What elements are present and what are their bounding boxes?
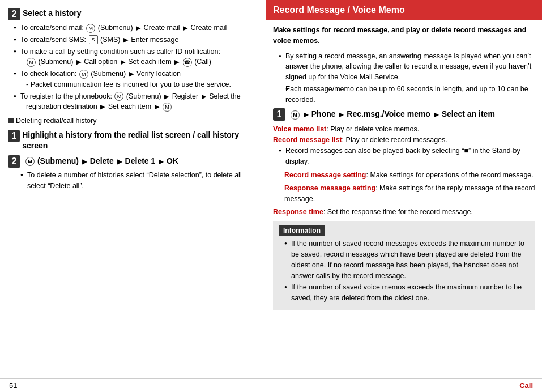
info-box: Information If the number of saved recor… <box>273 221 535 310</box>
right-column: Record Message / Voice Memo Make setting… <box>266 0 542 378</box>
page-number: 51 <box>9 381 17 390</box>
list-item: To make a call by setting condition such… <box>14 46 258 68</box>
footer-call-label: Call <box>519 381 533 390</box>
terms-list: Voice memo list: Play or delete voice me… <box>273 124 535 217</box>
step2-select-bullets: To create/send mail: M (Submenu) ▶ Creat… <box>8 23 258 112</box>
step2-select-num: 2 <box>8 8 20 20</box>
list-item: Record messages can also be played back … <box>279 146 535 167</box>
page-footer: 51 Call <box>0 378 542 392</box>
list-item: To create/send SMS: S (SMS) ▶ Enter mess… <box>14 35 258 45</box>
step2-select-header: 2 Select a history <box>8 8 258 20</box>
right-step1-cmd: M ▶ Phone ▶ Rec.msg./Voice memo ▶ Select… <box>290 108 495 120</box>
deleting-header: Deleting redial/call history <box>8 116 258 126</box>
record-message-list: Record message list: Play or delete reco… <box>273 135 535 146</box>
voice-memo-list: Voice memo list: Play or delete voice me… <box>273 124 535 135</box>
step1-highlight-num: 1 <box>8 130 20 142</box>
right-intro-bullets: By setting a record message, an answerin… <box>273 51 535 105</box>
response-time: Response time: Set the response time for… <box>273 207 535 218</box>
list-item: If the number of saved voice memos excee… <box>284 282 530 304</box>
right-intro: Make settings for record message, and pl… <box>273 25 535 46</box>
right-content: Make settings for record message, and pl… <box>266 20 542 315</box>
info-header: Information <box>279 225 325 236</box>
list-item: To register to the phonebook: M (Submenu… <box>14 91 258 113</box>
response-message-setting: Response message setting: Make settings … <box>284 183 535 204</box>
step1-highlight-header: 1 Highlight a history from the redial li… <box>8 130 258 152</box>
page-container: 2 Select a history To create/send mail: … <box>0 0 542 378</box>
right-header-title: Record Message / Voice Memo <box>273 5 405 15</box>
step2-delete-header: 2 M (Submenu) ▶ Delete ▶ Delete 1 ▶ OK <box>8 155 258 168</box>
record-bullets: Record messages can also be played back … <box>273 146 535 167</box>
record-message-setting: Record message setting: Make settings fo… <box>284 170 535 181</box>
right-step1-num: 1 <box>273 108 285 121</box>
list-item: To delete a number of histories select “… <box>20 170 258 191</box>
deleting-label: Deleting redial/call history <box>16 116 96 126</box>
list-item: To create/send mail: M (Submenu) ▶ Creat… <box>14 23 258 33</box>
black-square-icon <box>8 118 14 123</box>
step1-highlight-title: Highlight a history from the redial list… <box>22 130 258 152</box>
list-item: By setting a record message, an answerin… <box>279 51 535 83</box>
list-item: If the number of saved record messages e… <box>284 238 530 281</box>
step2-select-title: Select a history <box>23 8 82 19</box>
list-item: Each message/memo can be up to 60 second… <box>285 84 535 105</box>
left-column: 2 Select a history To create/send mail: … <box>0 0 266 378</box>
step2-delete-cmd: M (Submenu) ▶ Delete ▶ Delete 1 ▶ OK <box>25 155 178 167</box>
info-bullets: If the number of saved record messages e… <box>279 238 530 304</box>
right-step1-header: 1 M ▶ Phone ▶ Rec.msg./Voice memo ▶ Sele… <box>273 108 535 121</box>
step2-delete-bullets: To delete a number of histories select “… <box>8 170 258 191</box>
list-item: To check location: M (Submenu) ▶ Verify … <box>14 69 258 90</box>
right-header: Record Message / Voice Memo <box>266 0 542 20</box>
step2-delete-num: 2 <box>8 155 20 168</box>
